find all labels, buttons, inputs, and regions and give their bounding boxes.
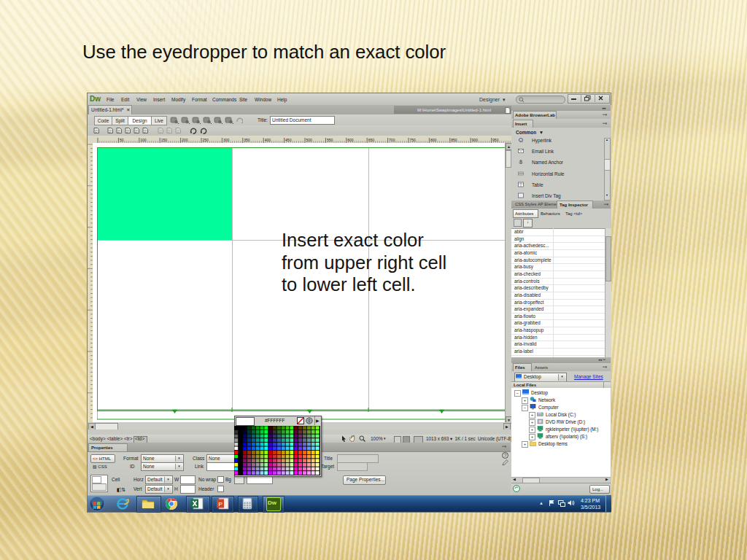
svg-text:P: P [219, 501, 222, 508]
svg-text:50: 50 [120, 138, 124, 142]
svg-text:?: ? [504, 453, 507, 458]
